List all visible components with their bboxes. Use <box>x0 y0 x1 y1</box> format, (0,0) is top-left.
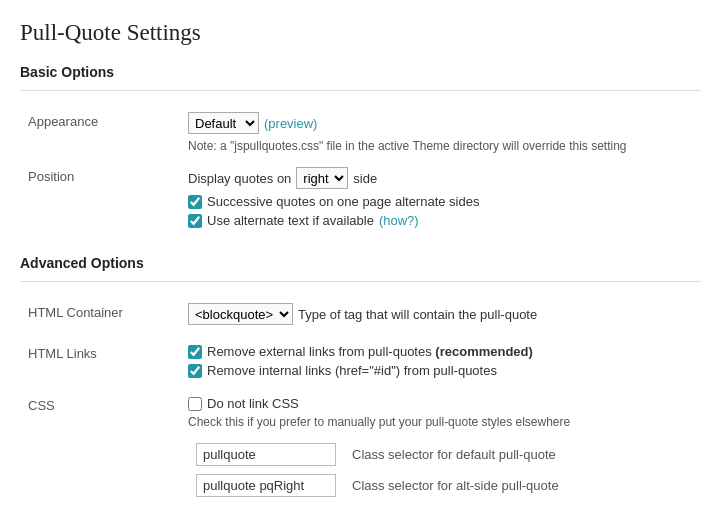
appearance-label: Appearance <box>20 105 180 160</box>
basic-options-heading: Basic Options <box>20 64 701 80</box>
external-links-checkbox[interactable] <box>188 345 202 359</box>
internal-links-label: Remove internal links (href="#id") from … <box>207 363 497 378</box>
html-links-row: HTML Links Remove external links from pu… <box>20 337 701 389</box>
do-not-link-css-label: Do not link CSS <box>207 396 299 411</box>
display-prefix: Display quotes on <box>188 171 291 186</box>
css-note: Check this if you prefer to manually put… <box>188 415 693 429</box>
basic-options-section: Basic Options Appearance Default Custom … <box>20 64 701 239</box>
position-label: Position <box>20 160 180 239</box>
preview-link[interactable]: (preview) <box>264 116 317 131</box>
html-container-label: HTML Container <box>20 296 180 337</box>
selector-value-2 <box>188 470 344 501</box>
html-links-label: HTML Links <box>20 337 180 389</box>
internal-links-row: Remove internal links (href="#id") from … <box>188 363 693 378</box>
advanced-options-heading: Advanced Options <box>20 255 701 271</box>
external-links-row: Remove external links from pull-quotes (… <box>188 344 693 359</box>
html-container-row: HTML Container <blockquote> <div> <span>… <box>20 296 701 337</box>
appearance-row: Appearance Default Custom (preview) Note… <box>20 105 701 160</box>
page-title: Pull-Quote Settings <box>20 20 701 46</box>
html-links-controls: Remove external links from pull-quotes (… <box>180 337 701 389</box>
html-container-description: Type of tag that will contain the pull-q… <box>298 307 537 322</box>
alternate-text-checkbox[interactable] <box>188 214 202 228</box>
css-controls: Do not link CSS Check this if you prefer… <box>180 389 701 506</box>
selector-desc-2: Class selector for alt-side pull-quote <box>344 470 567 501</box>
css-row: CSS Do not link CSS Check this if you pr… <box>20 389 701 506</box>
page-wrapper: Pull-Quote Settings Basic Options Appear… <box>0 0 721 506</box>
alternate-text-row: Use alternate text if available (how?) <box>188 213 693 228</box>
selector-row-2: Class selector for alt-side pull-quote <box>188 470 567 501</box>
how-link[interactable]: (how?) <box>379 213 419 228</box>
appearance-select[interactable]: Default Custom <box>188 112 259 134</box>
do-not-link-css-checkbox[interactable] <box>188 397 202 411</box>
html-container-select[interactable]: <blockquote> <div> <span> <box>188 303 293 325</box>
alternate-text-label: Use alternate text if available <box>207 213 374 228</box>
position-inline: Display quotes on right left side <box>188 167 693 189</box>
html-container-controls: <blockquote> <div> <span> Type of tag th… <box>180 296 701 337</box>
appearance-inline: Default Custom (preview) <box>188 112 693 134</box>
selector-input-2[interactable] <box>196 474 336 497</box>
selector-value-1 <box>188 439 344 470</box>
position-row: Position Display quotes on right left si… <box>20 160 701 239</box>
basic-options-table: Appearance Default Custom (preview) Note… <box>20 105 701 239</box>
external-links-label: Remove external links from pull-quotes (… <box>207 344 533 359</box>
successive-quotes-row: Successive quotes on one page alternate … <box>188 194 693 209</box>
side-select[interactable]: right left <box>296 167 348 189</box>
successive-quotes-checkbox[interactable] <box>188 195 202 209</box>
appearance-note: Note: a "jspullquotes.css" file in the a… <box>188 139 693 153</box>
selector-input-1[interactable] <box>196 443 336 466</box>
css-label: CSS <box>20 389 180 506</box>
advanced-options-table: HTML Container <blockquote> <div> <span>… <box>20 296 701 506</box>
html-container-inline: <blockquote> <div> <span> Type of tag th… <box>188 303 693 325</box>
internal-links-checkbox[interactable] <box>188 364 202 378</box>
selector-row-1: Class selector for default pull-quote <box>188 439 567 470</box>
advanced-options-section: Advanced Options HTML Container <blockqu… <box>20 255 701 506</box>
selector-desc-1: Class selector for default pull-quote <box>344 439 567 470</box>
css-selector-table: Class selector for default pull-quote Cl… <box>188 439 567 501</box>
position-controls: Display quotes on right left side Succes… <box>180 160 701 239</box>
display-suffix: side <box>353 171 377 186</box>
successive-quotes-label: Successive quotes on one page alternate … <box>207 194 479 209</box>
appearance-controls: Default Custom (preview) Note: a "jspull… <box>180 105 701 160</box>
divider-basic <box>20 90 701 91</box>
do-not-link-css-row: Do not link CSS <box>188 396 693 411</box>
divider-advanced <box>20 281 701 282</box>
